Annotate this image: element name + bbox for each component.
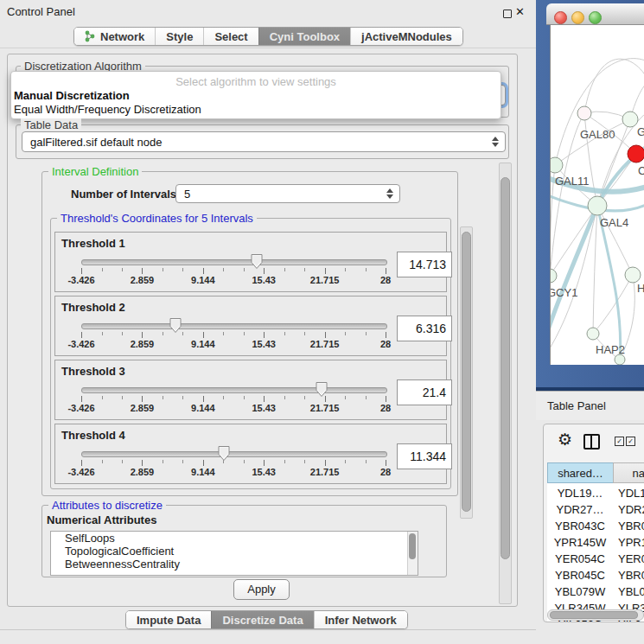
network-edge — [593, 206, 597, 334]
num-intervals-combobox[interactable]: 5 — [175, 184, 400, 203]
cell-shared-name: YDR27… — [547, 501, 613, 518]
gear-icon[interactable]: ⚙ — [558, 430, 572, 450]
table-row[interactable]: YPR145WYPR1 — [547, 534, 644, 551]
threshold-label: Threshold 4 — [61, 429, 125, 442]
top-divider — [0, 48, 536, 48]
tab-style[interactable]: Style — [155, 28, 203, 45]
table-row[interactable]: YDR27…YDR2 — [547, 501, 644, 518]
slider-track[interactable] — [81, 387, 387, 393]
threshold-label: Threshold 3 — [61, 365, 125, 378]
tick-label: 9.144 — [191, 467, 215, 477]
threshold-row: Threshold 2-3.4262.8599.14415.4321.71528… — [54, 296, 447, 356]
cell-name: YBR0 — [618, 518, 644, 534]
major-tick — [142, 332, 143, 338]
slider-thumb[interactable] — [169, 317, 182, 334]
table-row[interactable]: YBR043CYBR0 — [547, 518, 644, 534]
network-node[interactable] — [587, 328, 599, 340]
network-node-label: GA — [637, 125, 644, 138]
network-node[interactable] — [577, 106, 591, 120]
minor-tick — [122, 332, 123, 335]
table-row[interactable]: YBL079WYBL0 — [547, 583, 644, 600]
major-tick — [264, 268, 265, 274]
tab-select[interactable]: Select — [203, 28, 258, 45]
window-close-icon[interactable] — [554, 11, 567, 24]
tick-label: 28 — [380, 403, 391, 413]
attribute-list-item[interactable]: BetweennessCentrality — [51, 558, 418, 571]
minor-tick — [304, 396, 305, 399]
slider-thumb[interactable] — [217, 445, 231, 462]
panel-scrollbar[interactable] — [499, 163, 512, 604]
slider-track[interactable] — [81, 323, 387, 329]
float-window-icon[interactable] — [503, 10, 512, 18]
network-node[interactable] — [551, 269, 557, 283]
network-icon — [85, 30, 95, 42]
table-data-combobox[interactable]: galFiltered.sif default node — [22, 131, 506, 152]
attributes-list-scrollbar[interactable] — [407, 532, 418, 575]
major-tick — [386, 268, 386, 274]
slider-thumb[interactable] — [315, 381, 328, 398]
combo-stepper-icon — [383, 188, 397, 199]
network-canvas[interactable]: GAL80GACGAL11GAL4GCY1HHAP2 — [550, 25, 644, 365]
minor-tick — [345, 332, 346, 335]
tab-infer-network[interactable]: Infer Network — [314, 611, 407, 628]
minor-tick — [223, 396, 224, 399]
network-node-label: C — [638, 164, 644, 177]
slider-thumb[interactable] — [250, 253, 264, 270]
window-minimize-icon[interactable] — [571, 11, 584, 24]
attribute-list-item[interactable]: TopologicalCoefficient — [51, 545, 418, 558]
network-node[interactable] — [628, 145, 644, 163]
minor-tick — [345, 268, 346, 271]
window-zoom-icon[interactable] — [589, 11, 602, 24]
slider-track[interactable] — [81, 451, 387, 457]
threshold-value-field[interactable]: 14.713 — [397, 252, 452, 277]
cell-name: YPR1 — [618, 534, 644, 551]
network-node[interactable] — [625, 267, 641, 283]
checkbox-icon[interactable]: ✓ — [615, 437, 624, 446]
thresholds-scrollbar[interactable] — [460, 226, 473, 519]
tab-label: jActiveMNodules — [361, 30, 452, 43]
network-node-label: HAP2 — [596, 343, 625, 356]
split-view-icon[interactable] — [583, 434, 600, 450]
tick-label: 9.144 — [191, 403, 215, 413]
tab-discretize-data[interactable]: Discretize Data — [211, 611, 313, 628]
thresholds-scrollbar-thumb[interactable] — [462, 232, 471, 512]
panel-scrollbar-thumb[interactable] — [501, 177, 510, 559]
column-header-shared-name[interactable]: shared… — [547, 462, 614, 483]
tab-jactivemnodules[interactable]: jActiveMNodules — [350, 28, 462, 45]
network-window-titlebar[interactable] — [546, 3, 644, 25]
threshold-value-field[interactable]: 21.4 — [397, 379, 452, 405]
slider-track[interactable] — [81, 259, 387, 265]
minor-tick — [304, 332, 305, 335]
attribute-list-item[interactable]: SelfLoops — [51, 532, 418, 545]
table-data-group-title: Table Data — [21, 118, 81, 131]
dropdown-item-manual[interactable]: Manual Discretization — [14, 89, 130, 102]
network-node[interactable] — [588, 196, 607, 215]
major-tick — [264, 332, 265, 338]
table-row[interactable]: YER054CYER0 — [547, 551, 644, 567]
minor-tick — [366, 332, 367, 335]
major-tick — [142, 268, 143, 274]
tab-network[interactable]: Network — [74, 28, 155, 45]
minor-tick — [345, 396, 346, 399]
minor-tick — [366, 396, 367, 399]
table-panel-body: ⚙ ✓ ✓ shared…naYDL19…YDL1YDR27…YDR2YBR04… — [536, 420, 644, 644]
table-row[interactable]: YBR045CYBR0 — [547, 567, 644, 583]
minor-tick — [163, 460, 163, 463]
threshold-value-field[interactable]: 6.316 — [397, 316, 452, 341]
minor-tick — [182, 332, 183, 335]
network-node[interactable] — [622, 112, 638, 127]
table-row[interactable]: YDL19…YDL1 — [547, 485, 644, 501]
minor-tick — [122, 460, 123, 463]
table-hscrollbar[interactable] — [547, 609, 644, 621]
major-tick — [142, 460, 143, 466]
dropdown-item-equal-width[interactable]: Equal Width/Frequency Discretization — [14, 103, 201, 116]
numerical-attributes-list[interactable]: SelfLoopsTopologicalCoefficientBetweenne… — [50, 531, 418, 576]
column-header-name[interactable]: na — [613, 462, 644, 483]
close-icon[interactable]: ✕ — [515, 5, 525, 18]
apply-button[interactable]: Apply — [233, 579, 290, 600]
threshold-value-field[interactable]: 11.344 — [397, 443, 452, 469]
network-node[interactable] — [551, 157, 563, 173]
checkbox-icon[interactable]: ✓ — [626, 437, 635, 446]
tab-cyni-toolbox[interactable]: Cyni Toolbox — [258, 28, 350, 45]
tab-impute-data[interactable]: Impute Data — [126, 611, 211, 628]
